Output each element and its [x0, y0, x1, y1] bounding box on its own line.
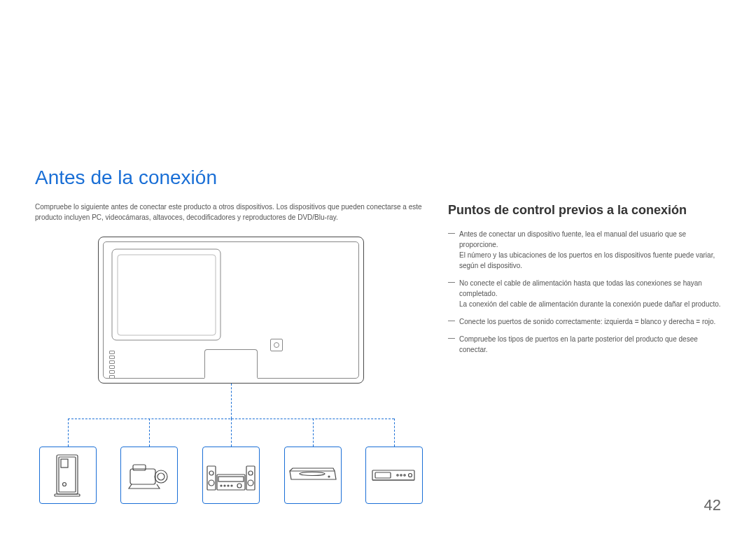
svg-point-16	[248, 480, 253, 486]
power-button-icon	[270, 339, 283, 351]
svg-point-13	[209, 480, 214, 486]
list-item-main: Compruebe los tipos de puertos en la par…	[459, 335, 698, 353]
svg-point-31	[409, 474, 412, 477]
svg-point-9	[158, 473, 164, 480]
monitor-icon	[98, 237, 364, 384]
svg-rect-4	[61, 459, 68, 468]
list-item-main: Conecte los puertos de sonido correctame…	[459, 318, 715, 325]
svg-point-8	[155, 470, 167, 483]
svg-point-15	[248, 471, 253, 475]
list-item-main: Antes de conectar un dispositivo fuente,…	[459, 230, 686, 248]
svg-rect-11	[207, 466, 216, 490]
list-item-main: No conecte el cable de alimentación hast…	[459, 279, 702, 297]
svg-point-12	[209, 471, 214, 475]
svg-rect-2	[57, 455, 78, 494]
page-number: 42	[704, 496, 721, 514]
svg-point-29	[400, 475, 402, 476]
intro-paragraph: Compruebe lo siguiente antes de conectar…	[35, 202, 427, 223]
svg-point-19	[220, 485, 222, 486]
device-stereo-system	[202, 447, 260, 504]
svg-point-20	[224, 485, 225, 486]
svg-point-30	[404, 475, 405, 476]
svg-rect-0	[112, 249, 220, 340]
svg-point-24	[300, 472, 325, 476]
list-item: Conecte los puertos de sonido correctame…	[448, 316, 721, 327]
svg-point-28	[397, 475, 398, 476]
svg-rect-1	[118, 255, 216, 335]
device-set-top-box	[365, 447, 423, 504]
svg-rect-7	[130, 469, 155, 484]
section-title: Antes de la conexión	[35, 167, 721, 189]
device-camcorder	[120, 447, 178, 504]
device-pc-tower	[39, 447, 97, 504]
svg-point-25	[328, 476, 330, 477]
svg-rect-27	[375, 472, 391, 478]
subsection-title: Puntos de control previos a la conexión	[448, 203, 721, 218]
svg-point-5	[63, 483, 66, 486]
list-item: Compruebe los tipos de puertos en la par…	[448, 334, 721, 355]
connection-diagram	[35, 237, 427, 510]
svg-rect-18	[218, 477, 244, 482]
list-item: Antes de conectar un dispositivo fuente,…	[448, 229, 721, 271]
device-dvd-player	[284, 447, 342, 504]
svg-point-21	[227, 485, 229, 486]
svg-point-23	[237, 484, 241, 488]
checkpoint-list: Antes de conectar un dispositivo fuente,…	[448, 229, 721, 355]
svg-rect-6	[55, 494, 80, 496]
list-item-sub: El número y las ubicaciones de los puert…	[459, 250, 721, 271]
svg-rect-10	[133, 465, 146, 470]
svg-rect-14	[246, 466, 255, 490]
list-item-sub: La conexión del cable de alimentación du…	[459, 299, 721, 309]
svg-point-22	[231, 485, 232, 486]
list-item: No conecte el cable de alimentación hast…	[448, 278, 721, 309]
